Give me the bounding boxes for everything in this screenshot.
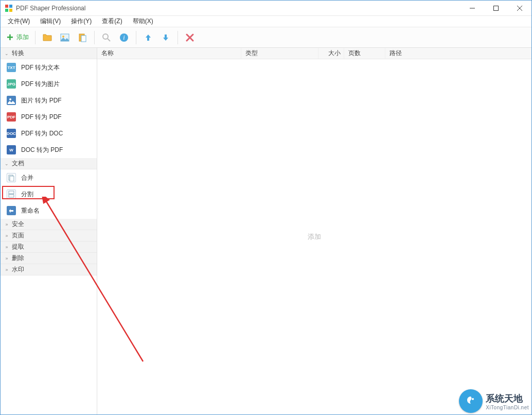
doc-icon: DOC <box>7 129 16 138</box>
word-icon: W <box>7 145 16 154</box>
jpg-icon: JPG <box>7 79 16 89</box>
info-button[interactable]: i <box>115 29 133 46</box>
txt-icon: TXT <box>7 63 16 72</box>
col-name[interactable]: 名称 <box>97 48 241 59</box>
svg-point-29 <box>464 394 477 408</box>
section-convert[interactable]: ⌄ 转换 <box>1 48 97 59</box>
section-page[interactable]: » 页面 <box>1 230 97 241</box>
toolbar-separator <box>94 31 95 44</box>
menubar: 文件(W) 编辑(V) 操作(Y) 查看(Z) 帮助(X) <box>1 16 531 27</box>
sidebar: ⌄ 转换 TXT PDF 转为文本 JPG PDF 转为图片 图片 转为 PDF… <box>1 48 97 414</box>
section-document[interactable]: ⌄ 文档 <box>1 158 97 169</box>
col-size[interactable]: 大小 <box>318 48 344 59</box>
section-security[interactable]: » 安全 <box>1 219 97 230</box>
paste-button[interactable] <box>74 29 91 46</box>
menu-file[interactable]: 文件(W) <box>4 16 34 27</box>
svg-rect-23 <box>9 195 14 197</box>
toolbar-separator <box>178 31 178 44</box>
rename-icon <box>7 206 16 215</box>
svg-rect-2 <box>5 9 8 12</box>
item-pdf-to-text[interactable]: TXT PDF 转为文本 <box>1 59 97 76</box>
menu-edit[interactable]: 编辑(V) <box>36 16 65 27</box>
window-controls <box>460 1 531 15</box>
svg-rect-3 <box>9 9 12 12</box>
toolbar-separator <box>136 31 136 44</box>
item-pdf-to-image[interactable]: JPG PDF 转为图片 <box>1 76 97 92</box>
svg-rect-0 <box>5 5 8 8</box>
svg-point-30 <box>472 398 474 400</box>
titlebar: PDF Shaper Professional <box>1 1 531 16</box>
app-window: PDF Shaper Professional 文件(W) 编辑(V) 操作(Y… <box>0 0 532 415</box>
section-watermark[interactable]: » 水印 <box>1 264 97 275</box>
image-button[interactable] <box>56 29 74 46</box>
svg-text:i: i <box>123 34 125 41</box>
svg-point-9 <box>62 36 64 38</box>
column-headers: 名称 类型 大小 页数 路径 <box>97 48 531 59</box>
close-button[interactable] <box>508 1 531 15</box>
collapse-icon: » <box>4 256 10 261</box>
item-merge[interactable]: 合并 <box>1 169 97 186</box>
item-pdf-to-doc[interactable]: DOC PDF 转为 DOC <box>1 125 97 142</box>
folder-button[interactable] <box>39 29 56 46</box>
col-path[interactable]: 路径 <box>385 48 531 59</box>
svg-rect-21 <box>10 176 14 181</box>
menu-view[interactable]: 查看(Z) <box>98 16 126 27</box>
collapse-icon: » <box>4 233 10 238</box>
section-label: 转换 <box>12 49 24 58</box>
add-button-label: 添加 <box>16 33 29 42</box>
toolbar-separator <box>35 31 36 44</box>
brand-url: XiTongTianDi.net <box>486 405 529 410</box>
section-extract[interactable]: » 提取 <box>1 241 97 253</box>
expand-icon: ⌄ <box>4 51 10 56</box>
svg-rect-1 <box>9 5 12 8</box>
collapse-icon: » <box>4 222 10 227</box>
file-list-empty[interactable]: 添加 <box>97 59 531 414</box>
brand-logo-icon <box>459 389 483 413</box>
collapse-icon: » <box>4 267 10 272</box>
split-icon <box>7 189 16 199</box>
menu-help[interactable]: 帮助(X) <box>129 16 157 27</box>
svg-point-19 <box>9 98 11 100</box>
svg-point-12 <box>103 34 108 39</box>
toolbar: + 添加 i <box>1 27 531 48</box>
svg-rect-26 <box>9 210 13 212</box>
item-rename[interactable]: 重命名 <box>1 202 97 219</box>
brand-watermark: 系统天地 XiTongTianDi.net <box>459 389 529 413</box>
item-pdf-to-pdf[interactable]: PDF PDF 转为 PDF <box>1 109 97 125</box>
section-label: 文档 <box>12 159 24 168</box>
section-label: 删除 <box>12 254 24 263</box>
minimize-button[interactable] <box>460 1 484 15</box>
content-area: 名称 类型 大小 页数 路径 添加 <box>97 48 531 414</box>
item-doc-to-pdf[interactable]: W DOC 转为 PDF <box>1 142 97 158</box>
item-split[interactable]: 分割 <box>1 186 97 202</box>
app-icon <box>5 4 13 12</box>
section-delete[interactable]: » 删除 <box>1 253 97 264</box>
body: ⌄ 转换 TXT PDF 转为文本 JPG PDF 转为图片 图片 转为 PDF… <box>1 48 531 414</box>
svg-rect-5 <box>494 6 499 10</box>
plus-icon: + <box>7 32 13 43</box>
remove-button[interactable] <box>181 29 199 46</box>
empty-hint: 添加 <box>308 232 321 241</box>
maximize-button[interactable] <box>484 1 508 15</box>
section-label: 安全 <box>12 220 24 229</box>
collapse-icon: » <box>4 245 10 250</box>
expand-icon: ⌄ <box>4 161 10 166</box>
down-button[interactable] <box>157 29 174 46</box>
svg-rect-22 <box>9 191 14 194</box>
svg-rect-11 <box>81 36 86 42</box>
image-icon <box>7 96 16 105</box>
up-button[interactable] <box>139 29 157 46</box>
pdf-icon: PDF <box>7 112 16 122</box>
window-title: PDF Shaper Professional <box>16 5 460 12</box>
brand-name: 系统天地 <box>486 392 529 405</box>
col-pages[interactable]: 页数 <box>344 48 385 59</box>
add-button[interactable]: + 添加 <box>4 29 32 46</box>
search-button[interactable] <box>98 29 115 46</box>
section-label: 页面 <box>12 231 24 240</box>
merge-icon <box>7 173 16 182</box>
col-type[interactable]: 类型 <box>241 48 318 59</box>
item-image-to-pdf[interactable]: 图片 转为 PDF <box>1 92 97 109</box>
section-label: 水印 <box>12 265 24 274</box>
svg-line-13 <box>108 39 110 41</box>
menu-action[interactable]: 操作(Y) <box>67 16 96 27</box>
